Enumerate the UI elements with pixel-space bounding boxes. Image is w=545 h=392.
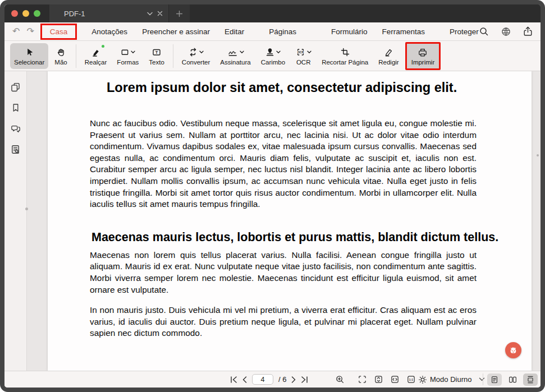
tool-hand[interactable]: Mão	[51, 43, 71, 69]
cursor-icon	[24, 47, 34, 58]
menu-tab-proteger[interactable]: Proteger	[450, 27, 479, 36]
document-viewport[interactable]: Lorem ipsum dolor sit amet, consectetur …	[27, 71, 541, 371]
titlebar-spacer	[190, 4, 541, 22]
tool-label: Carimbo	[261, 59, 285, 66]
tool-label: Selecionar	[14, 59, 44, 66]
continuous-scroll-view-button[interactable]	[523, 373, 538, 386]
actual-size-glyph: 1:1	[409, 378, 414, 381]
crop-icon	[340, 47, 350, 58]
document-heading-1: Lorem ipsum dolor sit amet, consectetur …	[48, 79, 532, 97]
scrollbar-dot	[537, 154, 539, 156]
tool-label: Formas	[117, 59, 139, 66]
tab-close-icon[interactable]	[157, 11, 163, 16]
share-icon[interactable]	[523, 26, 533, 36]
bookmarks-icon[interactable]	[10, 102, 22, 114]
tool-stamp[interactable]: Carimbo	[257, 43, 289, 69]
search-icon[interactable]	[479, 26, 489, 36]
tab-title: PDF-1	[64, 10, 143, 18]
chevron-down-icon	[240, 50, 244, 54]
comments-icon[interactable]	[10, 122, 22, 135]
new-tab-button[interactable]	[168, 4, 190, 22]
ai-robot-assistant-button[interactable]	[505, 342, 521, 358]
tool-label: Redigir	[378, 59, 399, 66]
chevron-down-icon	[276, 50, 281, 54]
tool-select[interactable]: Selecionar	[10, 43, 48, 69]
menu-tab-casa[interactable]: Casa	[50, 27, 68, 36]
highlight-color-dot	[102, 45, 104, 48]
redact-pen-icon	[383, 47, 394, 58]
menu-tab-anotacoes[interactable]: Anotações	[91, 27, 127, 36]
tool-print[interactable]: Imprimir	[405, 42, 441, 70]
actual-size-icon[interactable]: 1:1	[406, 375, 416, 384]
zoom-in-icon[interactable]	[335, 371, 345, 388]
statusbar: / 6 1:1	[4, 371, 541, 388]
document-paragraph-1: Nunc ac faucibus odio. Vestibulum neque …	[48, 118, 532, 210]
chevron-down-icon	[479, 377, 485, 381]
tool-label: Converter	[182, 59, 210, 66]
tool-ocr[interactable]: OCR OCR	[291, 43, 315, 69]
fit-page-icon[interactable]	[358, 375, 367, 384]
zoom-window-button[interactable]	[34, 10, 40, 17]
previous-page-icon[interactable]	[242, 376, 247, 383]
tool-convert[interactable]: Converter	[178, 43, 214, 69]
sidebar-resize-handle[interactable]	[25, 207, 28, 210]
page-total-label: / 6	[278, 375, 286, 384]
fit-controls: 1:1	[358, 371, 416, 388]
menu-tab-formulario[interactable]: Formulário	[331, 27, 368, 36]
window-frame: PDF-1 ↶ ↷ Casa Anotações Preencher e ass…	[0, 0, 545, 392]
tool-crop-page[interactable]: Recortar Página	[318, 43, 372, 69]
menu-tab-paginas[interactable]: Páginas	[269, 27, 296, 36]
chevron-down-icon	[131, 50, 135, 54]
casa-annotation-box: Casa	[40, 24, 77, 40]
current-page-input[interactable]	[252, 374, 273, 385]
view-mode-label: Modo Diurno	[430, 375, 471, 384]
text-icon: T	[152, 47, 162, 58]
tool-label: Mão	[54, 59, 67, 66]
view-mode-dropdown[interactable]: Modo Diurno	[418, 371, 485, 388]
sun-icon	[418, 375, 427, 384]
document-paragraph-2: Maecenas non lorem quis tellus placerat …	[48, 250, 532, 296]
document-heading-2: Maecenas mauris lectus, lobortis et puru…	[48, 229, 532, 246]
chevron-down-icon	[199, 50, 204, 54]
menu-tab-preencher-e-assinar[interactable]: Preencher e assinar	[142, 27, 210, 36]
menu-tab-ferramentas[interactable]: Ferramentas	[382, 27, 425, 36]
undo-icon[interactable]: ↶	[12, 27, 20, 36]
traffic-lights	[11, 10, 40, 17]
fit-height-icon[interactable]	[374, 375, 383, 384]
redo-icon[interactable]: ↷	[26, 27, 34, 36]
tool-text[interactable]: T Texto	[145, 43, 168, 69]
document-tab[interactable]: PDF-1	[49, 4, 168, 22]
toolbar-separator	[173, 44, 173, 68]
tool-label: OCR	[296, 59, 311, 66]
tool-redact[interactable]: Redigir	[374, 43, 402, 69]
close-window-button[interactable]	[11, 10, 18, 17]
tool-label: Recortar Página	[322, 59, 368, 66]
tab-chevron-down-icon[interactable]	[147, 12, 153, 16]
ocr-icon: OCR	[295, 47, 306, 57]
text-icon-glyph: T	[155, 50, 158, 55]
menubar-icons	[479, 26, 541, 37]
two-page-view-button[interactable]	[505, 373, 520, 386]
first-page-icon[interactable]	[230, 376, 237, 383]
pdf-page[interactable]: Lorem ipsum dolor sit amet, consectetur …	[48, 71, 532, 371]
single-page-view-button[interactable]	[487, 373, 502, 386]
menubar: ↶ ↷ Casa Anotações Preencher e assinar E…	[4, 22, 541, 41]
tool-label: Texto	[149, 59, 164, 66]
tool-highlight[interactable]: Realçar	[81, 43, 111, 69]
tool-label: Assinatura	[220, 59, 250, 66]
titlebar: PDF-1	[4, 4, 541, 22]
menu-tab-editar[interactable]: Editar	[225, 27, 244, 36]
fit-width-icon[interactable]	[390, 375, 400, 384]
toolbar-separator	[76, 44, 76, 68]
minimize-window-button[interactable]	[22, 10, 29, 17]
page-thumbnails-icon[interactable]	[10, 81, 22, 93]
next-page-icon[interactable]	[291, 376, 296, 383]
statusbar-separator	[483, 373, 483, 385]
globe-icon[interactable]	[501, 26, 511, 37]
tool-signature[interactable]: Assinatura	[216, 43, 254, 69]
printer-icon	[418, 47, 428, 58]
search-document-icon[interactable]	[10, 143, 22, 155]
last-page-icon[interactable]	[301, 376, 308, 383]
page-navigation: / 6	[230, 371, 308, 388]
tool-shapes[interactable]: Formas	[113, 43, 143, 69]
